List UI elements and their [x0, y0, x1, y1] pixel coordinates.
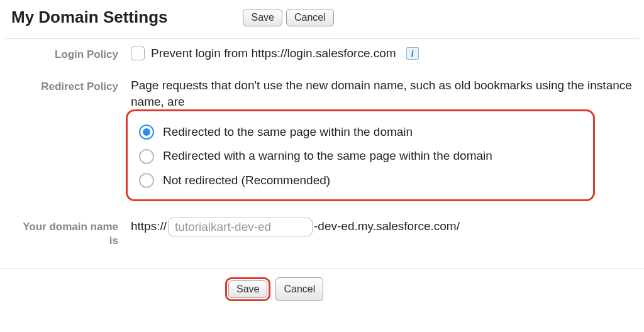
- login-policy-label: Login Policy: [11, 45, 131, 62]
- redirect-option-not-redirected-radio[interactable]: [139, 173, 154, 188]
- domain-prefix: https://: [131, 218, 167, 235]
- cancel-button-top[interactable]: Cancel: [286, 9, 334, 26]
- prevent-login-checkbox[interactable]: [131, 47, 145, 60]
- redirect-option-warning-label: Redirected with a warning to the same pa…: [163, 148, 492, 165]
- domain-suffix: -dev-ed.my.salesforce.com/: [314, 218, 460, 235]
- redirect-option-warning-radio[interactable]: [139, 149, 154, 164]
- header-button-row: Save Cancel: [243, 9, 333, 26]
- info-icon[interactable]: i: [406, 47, 419, 60]
- redirect-option-not-redirected-label: Not redirected (Recommended): [163, 172, 330, 189]
- redirect-policy-label: Redirect Policy: [11, 77, 131, 94]
- save-button-top[interactable]: Save: [243, 9, 282, 26]
- domain-input[interactable]: [168, 218, 313, 236]
- cancel-button-bottom[interactable]: Cancel: [275, 277, 323, 301]
- redirect-intro-text: Page requests that don't use the new dom…: [131, 77, 633, 111]
- save-button-highlight: Save: [225, 277, 270, 301]
- prevent-login-text: Prevent login from https://login.salesfo…: [151, 45, 396, 62]
- save-button-bottom[interactable]: Save: [228, 280, 267, 298]
- page-title: My Domain Settings: [11, 8, 167, 27]
- redirect-option-same-page-label: Redirected to the same page within the d…: [163, 124, 413, 141]
- redirect-option-same-page-radio[interactable]: [139, 124, 154, 140]
- redirect-options-highlight: Redirected to the same page within the d…: [126, 109, 595, 201]
- footer: Save Cancel: [0, 268, 644, 314]
- domain-name-label: Your domain name is: [11, 218, 131, 248]
